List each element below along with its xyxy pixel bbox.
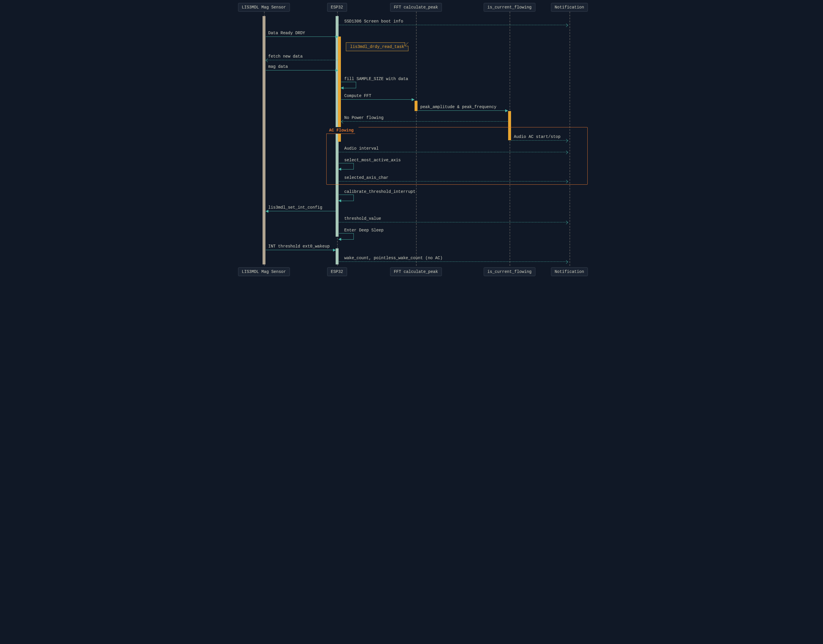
arrow-wakecount — [339, 262, 568, 262]
participant-current-top: is_current_flowing — [484, 3, 535, 12]
arrow-threshold — [339, 222, 568, 223]
sequence-diagram: LIS3MDL Mag Sensor ESP32 FFT calculate_p… — [233, 0, 590, 279]
participant-notif-top: Notification — [551, 3, 588, 12]
arrow-sleep — [339, 233, 354, 239]
alt-label: AC Flowing — [326, 127, 359, 134]
msg-wakecount: wake_count, pointless_wake_count (no AC) — [344, 256, 443, 260]
participant-fft-top: FFT calculate_peak — [390, 3, 442, 12]
arrow-audio-int — [339, 152, 568, 153]
participant-esp32-top: ESP32 — [327, 3, 347, 12]
msg-magdata: mag data — [269, 64, 288, 69]
msg-wakeup: INT threshold ext0_wakeup — [269, 244, 330, 248]
participant-fft-bottom: FFT calculate_peak — [390, 267, 442, 276]
msg-calibrate: calibrate_threshold_interrupt — [344, 189, 416, 194]
activation-fft — [415, 101, 418, 111]
arrow-fetch — [266, 60, 338, 60]
arrow-drdy — [266, 37, 338, 37]
note-task: lis3mdl_drdy_read_task — [346, 42, 409, 51]
msg-nopower: No Power flowing — [344, 115, 384, 120]
arrow-magdata — [266, 70, 338, 71]
msg-sleep: Enter Deep Sleep — [344, 228, 384, 233]
arrow-ssd1306 — [339, 25, 568, 25]
arrow-fill — [341, 82, 356, 88]
msg-fetch: fetch new data — [269, 54, 303, 59]
arrow-select-axis — [339, 163, 354, 169]
msg-audio-int: Audio interval — [344, 146, 379, 151]
participant-esp32-bottom: ESP32 — [327, 267, 347, 276]
arrow-nopower — [341, 121, 508, 122]
arrow-fft — [341, 99, 414, 100]
arrow-set-int — [266, 211, 336, 212]
msg-peak: peak_amplitude & peak_frequency — [421, 104, 496, 109]
arrow-wakeup — [266, 250, 336, 250]
msg-axis-char: selected_axis_char — [344, 175, 388, 180]
participant-notif-bottom: Notification — [551, 267, 588, 276]
arrow-audio-ac — [511, 140, 568, 141]
msg-fill: fill SAMPLE_SIZE with data — [344, 77, 408, 81]
activation-sensor — [263, 16, 266, 264]
participant-sensor-bottom: LIS3MDL Mag Sensor — [238, 267, 290, 276]
arrow-axis-char — [339, 181, 568, 182]
msg-ssd1306: SSD1306 Screen boot info — [344, 19, 404, 24]
participant-current-bottom: is_current_flowing — [484, 267, 535, 276]
arrow-peak — [418, 110, 508, 111]
msg-drdy: Data Ready DRDY — [269, 31, 305, 35]
msg-select-axis: select_most_active_axis — [344, 158, 401, 163]
msg-audio-ac: Audio AC start/stop — [514, 134, 561, 139]
arrow-calibrate — [339, 195, 354, 201]
msg-threshold: threshold_value — [344, 216, 381, 221]
activation-esp32-wake — [336, 248, 339, 264]
msg-set-int: lis3mdl_set_int_config — [269, 205, 322, 210]
participant-sensor-top: LIS3MDL Mag Sensor — [238, 3, 290, 12]
msg-fft: Compute FFT — [344, 94, 371, 98]
